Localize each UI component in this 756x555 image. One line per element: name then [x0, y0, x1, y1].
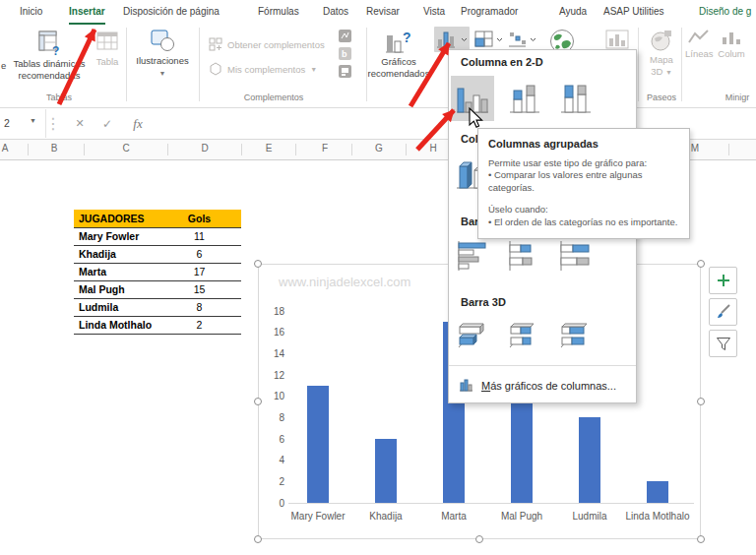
name-box[interactable]: 2 ▼	[0, 109, 46, 138]
sparkline-columns-button[interactable]: Colum	[715, 29, 748, 101]
chart-bar-khadija	[375, 439, 397, 503]
data-table[interactable]: JUGADORESGolsMary Fowler11Khadija6Marta1…	[74, 210, 241, 335]
tab-insertar[interactable]: Insertar	[69, 6, 105, 24]
chart-styles-button[interactable]	[709, 298, 737, 326]
column-header-f[interactable]: F	[310, 143, 340, 154]
stacked-column-option[interactable]	[502, 76, 545, 121]
chart-handle-bottom-mid[interactable]	[475, 535, 483, 543]
table-row[interactable]: Mal Pugh15	[74, 281, 241, 299]
tab-vista[interactable]: Vista	[423, 6, 445, 24]
pivot-recommended-label: Tablas dinámicas recomendadas	[8, 58, 91, 81]
tab-ayuda[interactable]: Ayuda	[559, 6, 587, 24]
illustrations-label: Ilustraciones	[132, 55, 193, 66]
table-header-row[interactable]: JUGADORESGols	[74, 210, 241, 228]
player-name-cell[interactable]: Marta	[79, 266, 106, 278]
clustered-column-option[interactable]	[451, 76, 494, 121]
column-divider	[728, 144, 729, 155]
chart-handle-top-right[interactable]	[697, 260, 705, 268]
get-addins-icon	[209, 37, 222, 51]
goals-cell[interactable]: 8	[172, 301, 226, 313]
stacked-100-bar-option[interactable]	[553, 233, 597, 278]
more-column-charts-item[interactable]: Más gráficos de columnas...	[449, 372, 636, 399]
player-name-cell[interactable]: Linda Motlhalo	[79, 319, 152, 331]
stacked-bar-option[interactable]	[502, 233, 545, 278]
get-addins-label: Obtener complementos	[227, 39, 325, 50]
player-name-cell[interactable]: Ludmila	[79, 301, 118, 313]
stacked-bar-3d-option[interactable]	[502, 312, 545, 357]
goals-cell[interactable]: 6	[172, 248, 226, 260]
goals-cell[interactable]: 17	[172, 266, 226, 278]
tab-datos[interactable]: Datos	[323, 6, 348, 24]
column-divider	[241, 144, 242, 155]
stacked-100-bar-3d-option[interactable]	[553, 312, 597, 357]
stacked-column-icon	[506, 82, 541, 115]
svg-text:?: ?	[52, 44, 59, 56]
chart-handle-top-left[interactable]	[254, 260, 262, 268]
tab-revisar[interactable]: Revisar	[366, 6, 400, 24]
illustrations-button[interactable]: Ilustraciones ▼	[132, 29, 193, 101]
table-row[interactable]: Khadija6	[74, 246, 241, 264]
sparkline-line-icon	[687, 29, 711, 46]
stacked-100-column-option[interactable]	[553, 76, 597, 121]
tab-dise-o-de-g[interactable]: Diseño de g	[699, 6, 751, 24]
table-row[interactable]: Marta17	[74, 264, 241, 281]
clustered-column-icon	[455, 82, 490, 115]
fx-icon[interactable]: fx	[126, 109, 150, 138]
y-axis-label: 14	[259, 348, 284, 359]
chevron-down-icon	[496, 37, 503, 42]
column-header-d[interactable]: D	[190, 143, 220, 154]
chart-elements-button[interactable]	[709, 267, 737, 294]
tab-disposici-n-de-p-gina[interactable]: Disposición de página	[123, 6, 220, 24]
clustered-bar-3d-option[interactable]	[451, 312, 494, 357]
tab-asap-utilities[interactable]: ASAP Utilities	[603, 6, 664, 24]
sparkline-lines-button[interactable]: Líneas	[685, 29, 713, 101]
tab-programador[interactable]: Programador	[461, 6, 518, 24]
table-button[interactable]: Tabla	[91, 29, 124, 101]
column-divider	[167, 144, 168, 155]
enter-check-icon[interactable]: ✓	[96, 109, 118, 138]
chart-handle-right-mid[interactable]	[697, 398, 705, 405]
column-header-g[interactable]: G	[364, 143, 394, 154]
chart-x-axis-line	[288, 503, 694, 504]
goals-cell[interactable]: 11	[172, 230, 226, 242]
my-addins-button[interactable]: Mis complementos ▼	[209, 62, 317, 76]
column-header-h[interactable]: H	[418, 143, 448, 154]
name-box-chevron-icon[interactable]: ▼	[30, 117, 36, 124]
tab-inicio[interactable]: Inicio	[20, 6, 42, 24]
column-header-a[interactable]: A	[0, 143, 20, 154]
chart-filters-button[interactable]	[709, 330, 737, 357]
column-divider	[406, 144, 407, 155]
section-column-2d: Columna en 2-D	[461, 56, 543, 68]
table-row[interactable]: Mary Fowler11	[74, 228, 241, 246]
addin-app-icons[interactable]: b	[339, 30, 352, 85]
ribbon-tab-bar: InicioInsertarDisposición de páginaFórmu…	[0, 0, 756, 25]
pivot-recommended-button[interactable]: ? Tablas dinámicas recomendadas	[8, 29, 91, 101]
table-row[interactable]: Ludmila8	[74, 299, 241, 317]
tab-f-rmulas[interactable]: Fórmulas	[258, 6, 299, 24]
column-header-b[interactable]: B	[39, 143, 69, 154]
map-3d-icon	[650, 29, 673, 52]
chart-handle-bottom-right[interactable]	[697, 535, 705, 543]
column-header-c[interactable]: C	[111, 143, 141, 154]
get-addins-button[interactable]: Obtener complementos	[209, 37, 325, 51]
sparkline-column-icon	[720, 29, 743, 46]
table-row[interactable]: Linda Motlhalo2	[74, 317, 241, 335]
recommended-charts-button[interactable]: ? Gráficos recomendados	[364, 29, 433, 101]
pivot-table-icon: ?	[36, 29, 62, 56]
column-header-e[interactable]: E	[254, 143, 284, 154]
cancel-icon[interactable]: ✕	[69, 109, 91, 138]
player-name-cell[interactable]: Mary Fowler	[79, 230, 139, 242]
player-name-cell[interactable]: Khadija	[79, 248, 116, 260]
ribbon: e ? Tablas dinámicas recomendadas Tabla …	[0, 25, 756, 108]
goals-cell[interactable]: 15	[172, 283, 226, 295]
goals-cell[interactable]: 2	[172, 319, 226, 331]
y-axis-label: 18	[259, 306, 284, 317]
clustered-bar-option[interactable]	[451, 233, 494, 278]
tooltip-bullet-1: • Comparar los valores entre algunas cat…	[488, 169, 679, 194]
chart-handle-bottom-left[interactable]	[254, 535, 262, 543]
sparkline-columns-label: Colum	[715, 48, 748, 59]
chart-handle-left-mid[interactable]	[254, 398, 262, 405]
recommended-charts-label: Gráficos recomendados	[364, 56, 433, 79]
player-name-cell[interactable]: Mal Pugh	[79, 283, 125, 295]
map-3d-button[interactable]: Mapa 3D ▼	[640, 29, 683, 101]
